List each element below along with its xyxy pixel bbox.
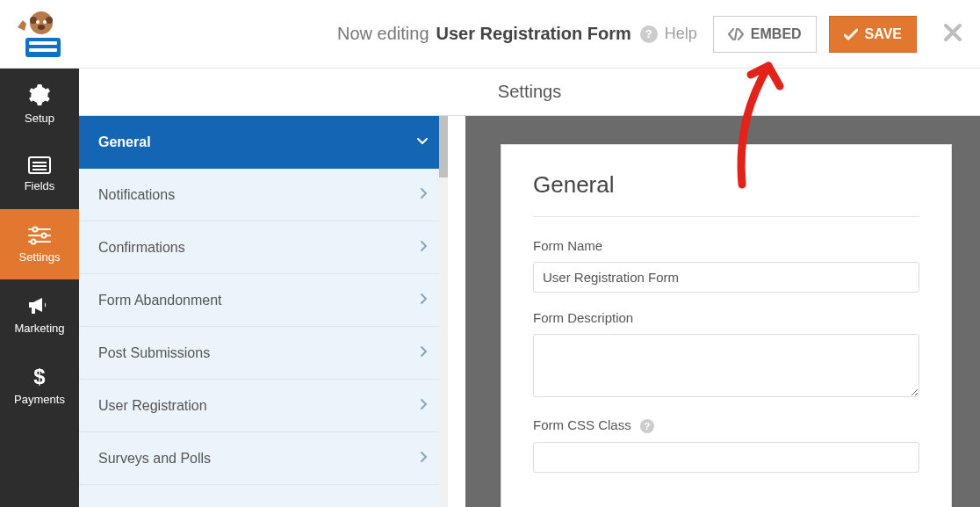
scroll-thumb[interactable] <box>439 116 448 177</box>
sidebar-item-setup[interactable]: Setup <box>0 69 79 139</box>
svg-rect-6 <box>25 38 61 57</box>
menu-item-label: Surveys and Polls <box>98 451 211 467</box>
menu-item-notifications[interactable]: Notifications <box>79 169 448 221</box>
panel-title-text: Settings <box>498 82 561 102</box>
app-logo <box>0 10 79 59</box>
svg-rect-7 <box>29 41 57 45</box>
sidebar-item-fields[interactable]: Fields <box>0 139 79 209</box>
menu-item-confirmations[interactable]: Confirmations <box>79 221 448 274</box>
sidebar-item-label: Settings <box>19 250 61 264</box>
editing-title: Now editing User Registration Form ? Hel… <box>79 24 697 44</box>
section-title: General <box>533 171 919 217</box>
chevron-right-icon <box>420 293 429 308</box>
help-icon[interactable]: ? <box>640 419 654 433</box>
sidebar-item-label: Marketing <box>14 322 64 335</box>
menu-item-general[interactable]: General <box>79 116 448 169</box>
code-icon <box>728 28 744 40</box>
svg-rect-19 <box>32 308 35 314</box>
settings-menu-scrollbar[interactable] <box>439 116 448 507</box>
help-link[interactable]: Help <box>665 25 697 43</box>
form-title: User Registration Form <box>436 24 631 44</box>
settings-card: General Form Name Form Description Form … <box>501 144 952 507</box>
builder-sidebar: Setup Fields Settings Marketing $ <box>0 69 79 507</box>
svg-text:$: $ <box>33 365 45 387</box>
sidebar-item-label: Payments <box>14 393 65 406</box>
sidebar-item-marketing[interactable]: Marketing <box>0 279 79 350</box>
sidebar-item-payments[interactable]: $ Payments <box>0 350 79 420</box>
form-css-row: Form CSS Class ? <box>533 417 919 473</box>
svg-point-1 <box>30 17 37 24</box>
panel-title: Settings <box>79 69 980 116</box>
form-name-label: Form Name <box>533 238 919 253</box>
sliders-icon <box>27 226 52 245</box>
form-name-row: Form Name <box>533 238 919 293</box>
help-icon[interactable]: ? <box>640 25 658 43</box>
menu-item-label: User Registration <box>98 398 207 414</box>
form-description-label: Form Description <box>533 310 919 325</box>
chevron-right-icon <box>420 240 429 256</box>
embed-button[interactable]: EMBED <box>713 16 817 53</box>
form-description-row: Form Description <box>533 310 919 400</box>
settings-menu: General Notifications Confirmations Form… <box>79 116 457 507</box>
svg-point-5 <box>38 25 45 30</box>
form-css-label: Form CSS Class ? <box>533 417 919 433</box>
menu-item-label: Post Submissions <box>98 345 210 361</box>
svg-point-18 <box>32 239 36 243</box>
bullhorn-icon <box>27 295 52 316</box>
menu-item-label: Form Abandonment <box>98 293 222 308</box>
svg-point-3 <box>36 20 40 24</box>
chevron-right-icon <box>420 398 429 414</box>
sidebar-item-label: Fields <box>25 179 55 192</box>
chevron-right-icon <box>420 187 429 203</box>
menu-item-label: Notifications <box>98 187 175 203</box>
app-topbar: Now editing User Registration Form ? Hel… <box>0 0 980 69</box>
menu-item-user-registration[interactable]: User Registration <box>79 380 448 432</box>
sidebar-item-settings[interactable]: Settings <box>0 209 79 279</box>
chevron-right-icon <box>420 451 429 467</box>
menu-item-post-submissions[interactable]: Post Submissions <box>79 327 448 380</box>
menu-item-label: General <box>98 134 151 150</box>
menu-item-label: Confirmations <box>98 240 185 256</box>
dollar-icon: $ <box>31 365 48 387</box>
svg-point-2 <box>46 17 53 24</box>
save-button[interactable]: SAVE <box>829 16 917 53</box>
form-description-input[interactable] <box>533 334 919 397</box>
svg-point-16 <box>42 233 47 237</box>
close-icon <box>943 23 962 42</box>
svg-point-14 <box>33 227 38 231</box>
editing-prefix: Now editing <box>337 24 429 44</box>
form-css-input[interactable] <box>533 442 919 473</box>
close-button[interactable] <box>943 23 962 45</box>
menu-item-surveys-polls[interactable]: Surveys and Polls <box>79 432 448 485</box>
gear-icon <box>28 83 51 106</box>
chevron-down-icon <box>416 134 429 150</box>
wpforms-logo-icon <box>11 10 68 59</box>
svg-point-4 <box>43 20 47 24</box>
check-icon <box>844 28 858 40</box>
form-name-input[interactable] <box>533 262 919 293</box>
embed-button-label: EMBED <box>751 26 802 42</box>
save-button-label: SAVE <box>865 26 902 42</box>
menu-item-form-abandonment[interactable]: Form Abandonment <box>79 274 448 327</box>
settings-content: General Form Name Form Description Form … <box>465 116 980 507</box>
chevron-right-icon <box>420 345 429 361</box>
svg-rect-8 <box>29 48 57 52</box>
list-icon <box>28 156 51 174</box>
sidebar-item-label: Setup <box>25 112 54 125</box>
